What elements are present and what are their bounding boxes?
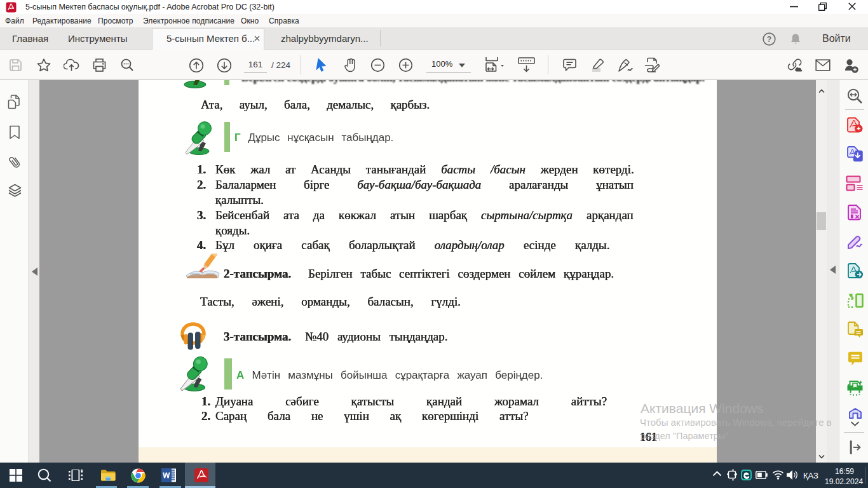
svg-text:?: ?	[767, 35, 771, 44]
